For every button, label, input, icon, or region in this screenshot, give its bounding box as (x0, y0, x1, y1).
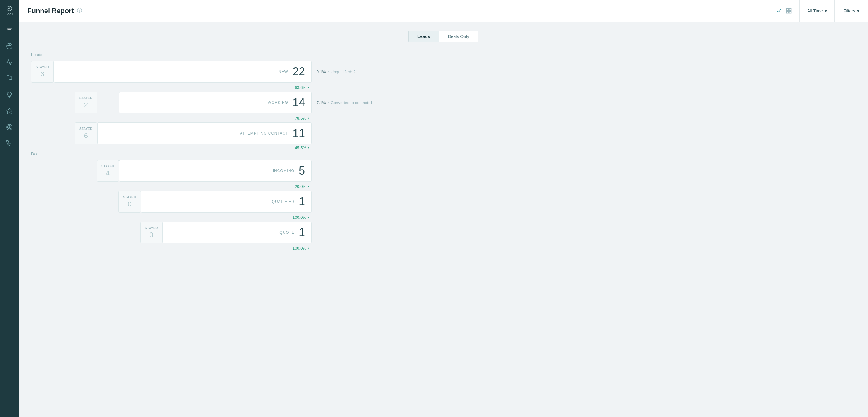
tab-deals-only[interactable]: Deals Only (439, 31, 478, 42)
quote-row-wrapper: STAYED 0 QUOTE 1 (31, 221, 856, 243)
time-selector[interactable]: All Time ▾ (800, 0, 834, 22)
incoming-label: INCOMING (273, 169, 294, 173)
sidebar-item-palette[interactable] (0, 38, 19, 54)
new-side-text: Unqualified: 2 (331, 69, 356, 74)
quote-bar[interactable]: QUOTE 1 (163, 221, 312, 243)
working-side-percent: 7.1% (316, 100, 326, 105)
conversion-row-working: 78.6% ▾ (31, 114, 856, 122)
chevron-down-icon-7: ▾ (308, 216, 309, 219)
header-filter-area: All Time ▾ Filters ▾ (800, 0, 868, 22)
working-conversion[interactable]: 78.6% ▾ (295, 116, 309, 121)
incoming-value: 5 (299, 164, 305, 177)
content-area: Leads Deals Only Leads STAYED 6 NEW (19, 22, 868, 417)
conversion-row-new: 63.6% ▾ (31, 83, 856, 92)
attempting-row: STAYED 6 ATTEMPTING CONTACT 11 (31, 122, 312, 144)
attempting-conversion[interactable]: 45.5% ▾ (295, 146, 309, 150)
quote-row: STAYED 0 QUOTE 1 (31, 221, 312, 243)
attempting-label: ATTEMPTING CONTACT (240, 131, 288, 136)
new-side-percent: 9.1% (316, 69, 326, 74)
qualified-stayed-value: 0 (128, 200, 131, 208)
working-value: 14 (292, 96, 305, 109)
leads-divider (51, 55, 856, 55)
new-bar[interactable]: NEW 22 (54, 61, 312, 83)
incoming-conversion[interactable]: 20.0% ▾ (295, 184, 309, 189)
attempting-stayed-value: 6 (84, 132, 88, 140)
header: Funnel Report ⓘ (19, 0, 868, 22)
chevron-down-icon-6: ▾ (308, 185, 309, 188)
svg-rect-15 (789, 8, 792, 10)
sidebar-item-phone[interactable] (0, 135, 19, 151)
working-stayed-box: STAYED 2 (75, 92, 97, 114)
qualified-row: STAYED 0 QUALIFIED 1 (31, 191, 312, 213)
working-side-info: 7.1% › Converted to contact: 1 (316, 100, 379, 105)
incoming-stayed-box: STAYED 4 (97, 160, 119, 182)
working-funnel-main: STAYED 2 WORKING 14 (31, 92, 312, 114)
svg-rect-17 (789, 11, 792, 13)
new-row: STAYED 6 NEW 22 (31, 61, 312, 83)
deals-conversion-label-row: 45.5% ▾ (31, 146, 856, 150)
info-icon[interactable]: ⓘ (77, 7, 82, 14)
sidebar-item-target[interactable] (0, 119, 19, 135)
view-tabs: Leads Deals Only (31, 31, 856, 42)
chevron-down-icon-3: ▾ (308, 86, 309, 89)
chevron-down-icon-2: ▾ (857, 8, 859, 13)
grid-view-toggle[interactable] (786, 8, 792, 14)
incoming-bar[interactable]: INCOMING 5 (119, 160, 312, 182)
qualified-value: 1 (299, 195, 305, 208)
qualified-label: QUALIFIED (272, 200, 294, 204)
qualified-bar[interactable]: QUALIFIED 1 (141, 191, 312, 213)
working-stayed-value: 2 (84, 101, 88, 109)
quote-funnel-main: STAYED 0 QUOTE 1 (31, 221, 312, 243)
chevron-down-icon-8: ▾ (308, 246, 309, 250)
header-actions: All Time ▾ Filters ▾ (768, 0, 868, 22)
qualified-row-wrapper: STAYED 0 QUALIFIED 1 (31, 191, 856, 213)
back-label: Back (6, 12, 13, 16)
svg-marker-10 (6, 108, 12, 114)
new-side-arrow: › (328, 69, 329, 74)
quote-conversion[interactable]: 100.0% ▾ (292, 246, 309, 250)
new-stayed-value: 6 (40, 70, 44, 78)
quote-label: QUOTE (279, 230, 294, 235)
new-stayed-box: STAYED 6 (31, 61, 54, 83)
working-row-wrapper: STAYED 2 WORKING 14 7.1% › Converted to … (31, 92, 856, 114)
sidebar-item-bulb[interactable] (0, 87, 19, 103)
quote-stayed-value: 0 (150, 231, 153, 239)
new-conversion[interactable]: 63.6% ▾ (295, 85, 309, 90)
back-button[interactable]: Back (0, 0, 19, 22)
attempting-bar[interactable]: ATTEMPTING CONTACT 11 (97, 122, 312, 144)
list-view-toggle[interactable] (776, 8, 782, 14)
working-side-text: Converted to contact: 1 (331, 100, 373, 105)
view-toggles (768, 0, 800, 22)
sidebar-item-activity[interactable] (0, 54, 19, 70)
filters-button[interactable]: Filters ▾ (834, 0, 868, 22)
header-title-area: Funnel Report ⓘ (19, 7, 768, 15)
chevron-down-icon: ▾ (825, 8, 827, 13)
sidebar-item-flag[interactable] (0, 70, 19, 87)
conversion-row-qualified: 100.0% ▾ (31, 213, 856, 221)
deals-section-label: Deals (31, 151, 46, 156)
main-area: Funnel Report ⓘ (19, 0, 868, 417)
svg-point-8 (10, 45, 11, 46)
incoming-row-wrapper: STAYED 4 INCOMING 5 (31, 160, 856, 182)
attempting-row-wrapper: STAYED 6 ATTEMPTING CONTACT 11 (31, 122, 856, 144)
svg-point-7 (9, 44, 10, 46)
sidebar-item-funnel[interactable] (0, 22, 19, 38)
conversion-row-incoming: 20.0% ▾ (31, 182, 856, 191)
tab-leads[interactable]: Leads (408, 31, 439, 42)
incoming-row: STAYED 4 INCOMING 5 (31, 160, 312, 182)
new-funnel-main: STAYED 6 NEW 22 (31, 61, 312, 83)
conversion-row-quote: 100.0% ▾ (31, 244, 856, 252)
working-bar[interactable]: WORKING 14 (119, 92, 312, 114)
new-side-info: 9.1% › Unqualified: 2 (316, 69, 379, 74)
attempting-value: 11 (292, 127, 305, 140)
attempting-stayed-box: STAYED 6 (75, 122, 97, 144)
qualified-conversion[interactable]: 100.0% ▾ (292, 215, 309, 220)
chevron-down-icon-5: ▾ (308, 146, 309, 150)
svg-point-12 (8, 126, 11, 129)
sidebar-item-star[interactable] (0, 103, 19, 119)
quote-stayed-box: STAYED 0 (140, 221, 163, 243)
svg-rect-14 (787, 8, 788, 10)
qualified-funnel-main: STAYED 0 QUALIFIED 1 (31, 191, 312, 213)
quote-value: 1 (299, 226, 305, 239)
svg-point-13 (9, 126, 10, 128)
